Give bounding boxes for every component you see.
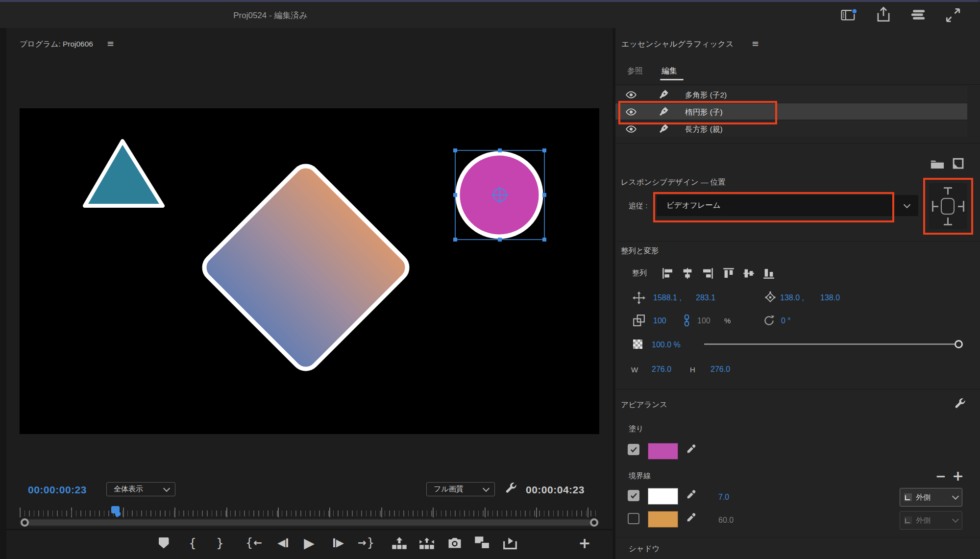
check-icon (630, 491, 638, 500)
scale-percent-label: % (724, 316, 731, 325)
position-x-value[interactable]: 1588.1 , (653, 293, 682, 302)
eye-icon[interactable] (625, 125, 637, 133)
position-move-icon (633, 292, 645, 304)
anchor-y-value[interactable]: 138.0 (820, 293, 840, 302)
height-value[interactable]: 276.0 (710, 365, 730, 374)
workspace-panel-icon[interactable] (841, 8, 858, 22)
stroke2-style-value: 外側 (912, 516, 953, 525)
chevron-down-icon (952, 493, 959, 500)
add-marker-button[interactable] (156, 535, 172, 551)
titlebar (0, 2, 980, 28)
opacity-slider-knob[interactable] (955, 340, 963, 348)
mark-in-button[interactable]: { (185, 535, 200, 551)
step-back-button[interactable]: ◀ (274, 535, 292, 551)
chevron-down-icon (483, 485, 490, 491)
fullscreen-expand-icon[interactable] (946, 8, 960, 23)
align-center-horizontal-button[interactable] (681, 267, 694, 280)
align-left-button[interactable] (662, 267, 674, 280)
program-panel-menu-icon[interactable]: ≡ (107, 38, 114, 49)
zoom-scrollbar-thumb[interactable] (28, 520, 591, 525)
stacked-lines-icon[interactable] (910, 9, 926, 21)
eye-icon[interactable] (625, 91, 637, 98)
export-media-button[interactable] (502, 535, 518, 551)
fill-eyedropper-icon[interactable] (685, 443, 697, 455)
align-label: 整列 (632, 268, 647, 278)
comparison-view-button[interactable] (473, 535, 491, 551)
tab-edit[interactable]: 編集 (662, 66, 677, 76)
pen-icon (659, 89, 669, 99)
fill-color-swatch[interactable] (648, 443, 678, 460)
add-stroke-button[interactable]: + (951, 468, 965, 483)
chevron-down-icon (163, 485, 170, 491)
zoom-level-select[interactable]: 全体表示 (106, 482, 175, 496)
pin-right-stem[interactable] (958, 206, 963, 207)
follow-dropdown[interactable]: ビデオフレーム (657, 195, 918, 216)
anchor-x-value[interactable]: 138.0 , (780, 293, 804, 302)
triangle-shape[interactable] (85, 141, 163, 206)
pin-bottom-cap[interactable] (944, 224, 952, 225)
go-to-in-button[interactable]: { ← (244, 535, 264, 551)
new-folder-icon[interactable] (930, 158, 945, 170)
zoom-level-value: 全体表示 (107, 485, 164, 494)
playhead[interactable] (111, 506, 120, 513)
eye-icon[interactable] (625, 108, 637, 116)
zoom-scrollbar-right-handle[interactable] (590, 518, 598, 527)
align-top-button[interactable] (722, 267, 735, 280)
follow-label: 追従 : (629, 201, 647, 211)
stroke2-eyedropper-icon[interactable] (685, 512, 697, 524)
opacity-slider-track[interactable] (704, 343, 955, 345)
anchor-point-transform-icon (763, 291, 777, 304)
marker-icon (159, 537, 169, 549)
remove-stroke-button[interactable]: − (934, 469, 948, 483)
stroke-outer-icon (904, 493, 912, 501)
stroke1-color-swatch[interactable] (648, 488, 678, 505)
mark-out-button[interactable]: } (212, 535, 228, 551)
button-editor-plus-button[interactable]: + (577, 535, 592, 551)
responsive-pin-widget[interactable] (929, 183, 967, 229)
current-timecode[interactable]: 00:00:00:23 (28, 484, 87, 496)
appearance-settings-wrench-icon[interactable] (953, 397, 966, 411)
go-to-out-button[interactable]: → } (356, 535, 376, 551)
stroke1-style-dropdown[interactable]: 外側 (900, 488, 962, 507)
stroke1-enabled-checkbox[interactable] (628, 490, 639, 501)
pin-right-bar[interactable] (963, 201, 964, 212)
play-button[interactable]: ▶ (300, 534, 318, 552)
pin-top-stem[interactable] (947, 188, 949, 194)
position-y-value[interactable]: 283.1 (696, 293, 715, 302)
stroke2-color-swatch[interactable] (648, 511, 678, 528)
align-bottom-button[interactable] (762, 267, 775, 280)
pin-center (941, 198, 955, 215)
lift-button[interactable] (391, 535, 408, 551)
scale-x-value[interactable]: 100 (653, 316, 666, 325)
extract-button[interactable] (418, 535, 435, 551)
new-layer-icon[interactable] (952, 157, 964, 170)
triangle-right-icon: ▶ (336, 537, 344, 549)
zoom-scrollbar-left-handle[interactable] (21, 518, 29, 527)
appearance-title: アピアランス (621, 400, 667, 410)
fill-enabled-checkbox[interactable] (628, 444, 639, 455)
link-scale-icon[interactable] (683, 314, 690, 327)
stroke2-enabled-checkbox[interactable] (628, 513, 639, 524)
step-forward-button[interactable]: ▶ (330, 535, 347, 551)
stroke1-width-value[interactable]: 7.0 (718, 493, 729, 502)
tab-edit-underline (660, 79, 684, 80)
stroke1-eyedropper-icon[interactable] (685, 489, 697, 501)
video-frame[interactable] (20, 108, 599, 434)
width-value[interactable]: 276.0 (652, 365, 671, 374)
export-frame-camera-button[interactable] (446, 535, 463, 551)
stroke-outer-icon (904, 516, 912, 524)
tab-browse[interactable]: 参照 (627, 66, 643, 76)
rotation-value[interactable]: 0 ° (781, 316, 791, 325)
pin-bottom-stem[interactable] (947, 218, 949, 224)
opacity-value[interactable]: 100.0 % (652, 340, 681, 349)
monitor-settings-wrench-icon[interactable] (504, 481, 517, 496)
pin-left-stem[interactable] (933, 206, 938, 207)
playback-quality-select[interactable]: フル画質 (426, 482, 495, 496)
width-label: W (631, 365, 638, 374)
divider (615, 143, 980, 144)
share-export-icon[interactable] (876, 6, 891, 22)
eg-panel-menu-icon[interactable]: ≡ (752, 38, 759, 49)
align-right-button[interactable] (701, 267, 714, 280)
diamond-shape[interactable] (199, 161, 413, 374)
align-center-vertical-button[interactable] (742, 267, 755, 280)
